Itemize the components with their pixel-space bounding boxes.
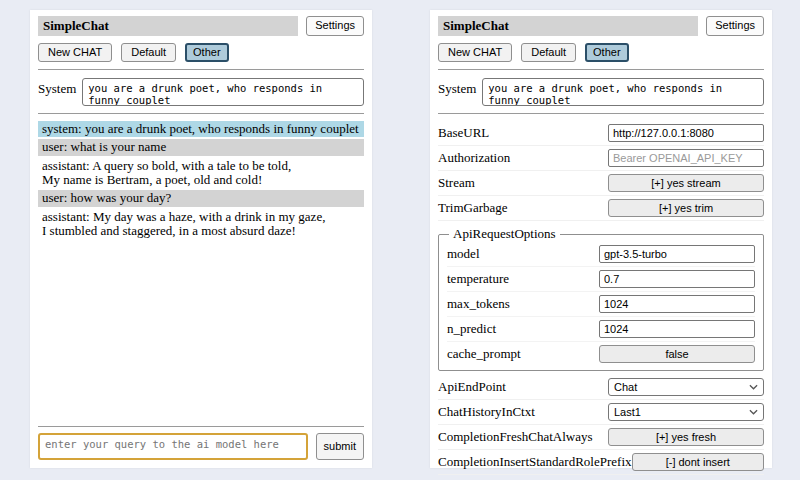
setting-row-trimgarbage: TrimGarbage [+] yes trim [438,196,764,221]
simplechat-chat-panel: SimpleChat Settings New CHAT Default Oth… [30,10,372,468]
completion-insert-standard-role-prefix-toggle-button[interactable]: [-] dont insert [632,453,764,471]
setting-row-authorization: Authorization [438,146,764,171]
setting-row-max-tokens: max_tokens [447,292,755,317]
max-tokens-input[interactable] [599,295,755,313]
setting-row-baseurl: BaseURL [438,121,764,146]
setting-row-n-predict: n_predict [447,317,755,342]
app-title: SimpleChat [438,16,698,36]
model-label: model [447,246,480,262]
setting-row-api-endpoint: ApiEndPoint Chat [438,375,764,400]
divider [38,113,364,114]
chat-message-assistant: assistant: My day was a haze, with a dri… [38,209,364,240]
query-input[interactable] [38,433,308,460]
app-title: SimpleChat [38,16,298,36]
stream-label: Stream [438,175,475,191]
new-chat-button[interactable]: New CHAT [38,43,112,62]
submit-button[interactable]: submit [316,433,364,460]
max-tokens-label: max_tokens [447,296,510,312]
setting-row-temperature: temperature [447,267,755,292]
system-prompt-input[interactable]: you are a drunk poet, who responds in fu… [482,78,764,106]
settings-button[interactable]: Settings [306,16,364,35]
chevron-down-icon [749,409,758,415]
api-endpoint-select[interactable]: Chat [608,378,764,396]
stream-toggle-button[interactable]: [+] yes stream [608,174,764,192]
chevron-down-icon [749,384,758,390]
trimgarbage-label: TrimGarbage [438,200,508,216]
chat-message-assistant: assistant: A query so bold, with a tale … [38,158,364,189]
setting-row-cache-prompt: cache_prompt false [447,342,755,366]
session-button-other[interactable]: Other [185,43,229,62]
header: SimpleChat Settings [38,16,364,36]
system-label: System [38,78,76,97]
chat-message-system: system: you are a drunk poet, who respon… [38,121,364,137]
cache-prompt-toggle-button[interactable]: false [599,345,755,363]
setting-row-chat-history-in-ctxt: ChatHistoryInCtxt Last1 [438,400,764,425]
temperature-label: temperature [447,271,509,287]
divider [38,426,364,427]
completion-fresh-chat-always-toggle-button[interactable]: [+] yes fresh [608,428,764,446]
chat-history-selected-value: Last1 [614,406,641,418]
divider [38,69,364,70]
chat-message-user: user: what is your name [38,139,364,155]
trimgarbage-toggle-button[interactable]: [+] yes trim [608,199,764,217]
divider [438,69,764,70]
n-predict-label: n_predict [447,321,496,337]
session-buttons: New CHAT Default Other [438,43,764,62]
session-button-other[interactable]: Other [585,43,629,62]
completion-insert-standard-role-prefix-label: CompletionInsertStandardRolePrefix [438,454,632,470]
setting-row-completion-fresh-chat-always: CompletionFreshChatAlways [+] yes fresh [438,425,764,450]
api-request-options-legend: ApiRequestOptions [449,226,560,242]
temperature-input[interactable] [599,270,755,288]
chat-history-in-ctxt-select[interactable]: Last1 [608,403,764,421]
session-buttons: New CHAT Default Other [38,43,364,62]
settings-button[interactable]: Settings [706,16,764,35]
setting-row-completion-insert-standard-role-prefix: CompletionInsertStandardRolePrefix [-] d… [438,450,764,475]
session-button-default[interactable]: Default [521,43,576,62]
authorization-input[interactable] [608,149,764,167]
setting-row-stream: Stream [+] yes stream [438,171,764,196]
api-request-options-fieldset: ApiRequestOptions model temperature max_… [438,226,764,371]
system-label: System [438,78,476,97]
cache-prompt-label: cache_prompt [447,346,521,362]
completion-fresh-chat-always-label: CompletionFreshChatAlways [438,429,593,445]
system-prompt-row: System you are a drunk poet, who respond… [438,78,764,106]
model-input[interactable] [599,245,755,263]
baseurl-input[interactable] [608,124,764,142]
n-predict-input[interactable] [599,320,755,338]
chat-message-user: user: how was your day? [38,190,364,206]
new-chat-button[interactable]: New CHAT [438,43,512,62]
api-endpoint-label: ApiEndPoint [438,379,506,395]
simplechat-settings-panel: SimpleChat Settings New CHAT Default Oth… [430,10,772,468]
system-prompt-row: System you are a drunk poet, who respond… [38,78,364,106]
session-button-default[interactable]: Default [121,43,176,62]
baseurl-label: BaseURL [438,125,489,141]
spacer [38,241,364,419]
divider [438,113,764,114]
chat-history-in-ctxt-label: ChatHistoryInCtxt [438,404,535,420]
query-row: submit [38,433,364,460]
chat-messages: system: you are a drunk poet, who respon… [38,121,364,241]
settings-list: BaseURL Authorization Stream [+] yes str… [438,121,764,475]
setting-row-model: model [447,242,755,267]
system-prompt-input[interactable]: you are a drunk poet, who responds in fu… [82,78,364,106]
authorization-label: Authorization [438,150,510,166]
header: SimpleChat Settings [438,16,764,36]
api-endpoint-selected-value: Chat [614,381,637,393]
